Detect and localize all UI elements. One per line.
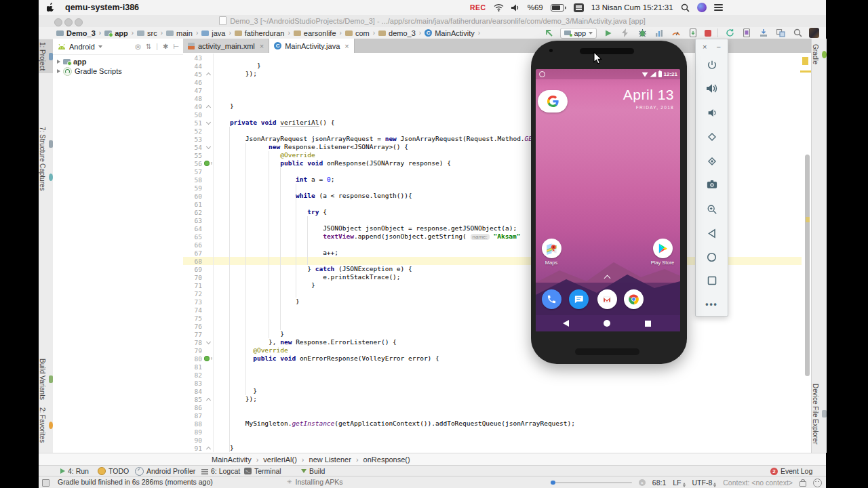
gutter-line-66[interactable]: 66 [183, 241, 213, 249]
fold-marker-icon[interactable] [206, 339, 211, 344]
volume-icon[interactable] [511, 4, 520, 12]
emulator-phone-window[interactable]: 12:21 April 13 FRIDAY, 2018 [531, 41, 687, 364]
toolwindow-toggle-icon[interactable] [42, 479, 50, 487]
gutter-line-89[interactable]: 89 [183, 428, 213, 436]
gutter-line-68[interactable]: 68 [183, 257, 213, 265]
code-line-85[interactable]: }); [214, 395, 575, 403]
gutter-line-74[interactable]: 74 [183, 306, 213, 314]
attach-profiler-icon[interactable] [671, 28, 682, 39]
fold-marker-icon[interactable] [206, 104, 211, 109]
code-line-87[interactable] [214, 411, 575, 420]
code-line-67[interactable]: a++; [214, 249, 575, 257]
code-line-45[interactable]: }); [214, 70, 575, 78]
code-line-71[interactable]: } [214, 281, 575, 289]
search-everywhere-icon[interactable] [792, 28, 803, 39]
input-source-icon[interactable] [574, 3, 584, 12]
code-line-52[interactable] [214, 127, 575, 135]
code-line-65[interactable]: textView.append(jsonObject.getString( na… [214, 232, 575, 241]
locate-icon[interactable]: ◎ [135, 43, 141, 50]
code-line-62[interactable]: try { [214, 208, 575, 216]
code-line-64[interactable]: JSONObject jsonObject = response.getJSON… [214, 224, 575, 232]
phone-screen[interactable]: 12:21 April 13 FRIDAY, 2018 [536, 69, 680, 331]
avd-manager-icon[interactable] [741, 28, 752, 39]
gutter-line-67[interactable]: 67 [183, 249, 213, 257]
emulator-rotate-left-icon[interactable] [696, 131, 728, 142]
notification-center-icon[interactable] [714, 4, 723, 11]
code-line-66[interactable] [214, 241, 575, 249]
date-widget[interactable]: April 13 FRIDAY, 2018 [623, 87, 674, 110]
gutter-line-57[interactable]: 57 [183, 167, 213, 176]
gutter-line-49[interactable]: 49 [183, 102, 213, 110]
emulator-overview-icon[interactable] [696, 276, 728, 285]
code-line-78[interactable]: }, new Response.ErrorListener() { [214, 338, 575, 346]
hide-panel-icon[interactable]: ⊢ [173, 43, 179, 50]
install-apk-icon[interactable] [688, 28, 698, 39]
gutter-line-43[interactable]: 43 [183, 54, 213, 62]
sidebar-item-gradle[interactable]: Gradle [812, 41, 827, 67]
fold-marker-icon[interactable] [206, 144, 211, 148]
code-line-81[interactable] [214, 363, 575, 371]
code-line-51[interactable]: private void verileriAl() { [214, 119, 575, 127]
code-line-48[interactable] [214, 94, 575, 102]
gradle-sync-icon[interactable] [724, 28, 735, 39]
code-line-44[interactable]: } [214, 62, 575, 70]
settings-gear-icon[interactable]: ✱ [163, 43, 168, 50]
tree-item-app[interactable]: app [53, 57, 183, 66]
gutter-line-64[interactable]: 64 [183, 224, 213, 232]
emulator-home-icon[interactable] [696, 252, 728, 262]
sidebar-item-captures[interactable]: Captures [39, 161, 53, 194]
code-line-76[interactable] [214, 322, 575, 330]
crumb-class[interactable]: MainActivity [212, 455, 252, 464]
toolbar-avatar-icon[interactable] [809, 28, 819, 38]
code-line-50[interactable] [214, 110, 575, 119]
gutter-line-50[interactable]: 50 [183, 110, 213, 119]
code-line-89[interactable] [214, 428, 575, 436]
gutter-line-65[interactable]: 65 [183, 232, 213, 241]
readonly-lock-icon[interactable] [800, 481, 806, 487]
navigate-back-icon[interactable] [543, 28, 554, 39]
project-view-selector[interactable]: Android [69, 43, 95, 51]
app-play-store[interactable]: Play Store [648, 239, 677, 266]
code-line-46[interactable] [214, 78, 575, 86]
toolwindow-build[interactable]: Build [301, 466, 325, 476]
emulator-minimize-icon[interactable]: − [717, 43, 721, 51]
crumb-method[interactable]: verileriAl() [252, 455, 297, 464]
breadcrumb-mainactivity[interactable]: CMainActivity [416, 29, 475, 37]
code-line-74[interactable] [214, 306, 575, 314]
sidebar-item-build-variants[interactable]: Build Variants [39, 356, 53, 403]
breadcrumb-java[interactable]: java [193, 29, 226, 37]
gutter-line-88[interactable]: 88 [183, 420, 213, 428]
gutter-line-83[interactable]: 83 [183, 379, 213, 387]
nav-overview-icon[interactable] [645, 321, 651, 327]
fold-marker-icon[interactable] [206, 446, 211, 451]
run-button[interactable] [603, 28, 614, 39]
dock-gmail-app[interactable] [592, 289, 622, 309]
tab-mainactivity-java[interactable]: C MainActivity.java × [269, 39, 355, 53]
nav-back-icon[interactable] [563, 320, 569, 327]
gutter-line-84[interactable]: 84 [183, 387, 213, 395]
sdk-manager-icon[interactable] [758, 28, 769, 39]
gutter-line-48[interactable]: 48 [183, 94, 213, 102]
sidebar-item-device-file-explorer[interactable]: Device File Explorer [812, 381, 827, 447]
caret-position[interactable]: 68:1 [652, 479, 666, 487]
gutter-line-73[interactable]: 73 [183, 298, 213, 306]
code-line-80[interactable]: public void onErrorResponse(VolleyError … [214, 354, 575, 363]
profile-button[interactable] [654, 28, 665, 39]
code-line-57[interactable] [214, 167, 575, 176]
sidebar-item-structure[interactable]: 7: Structure [39, 124, 53, 165]
gutter-line-45[interactable]: 45 [183, 70, 213, 78]
code-line-58[interactable]: int a = 0; [214, 176, 575, 184]
stop-button[interactable] [705, 30, 711, 37]
gutter-line-52[interactable]: 52 [183, 127, 213, 135]
override-marker-icon[interactable] [204, 161, 210, 166]
gutter-line-54[interactable]: 54 [183, 143, 213, 151]
toolwindow-run[interactable]: 4: Run [60, 466, 89, 476]
gutter-line-61[interactable]: 61 [183, 200, 213, 208]
debug-button[interactable] [637, 28, 648, 39]
fold-marker-icon[interactable] [206, 397, 211, 402]
toolwindow-event-log[interactable]: 2 Event Log [770, 466, 812, 476]
code-line-91[interactable]: } [214, 444, 575, 452]
gutter-line-47[interactable]: 47 [183, 86, 213, 94]
code-line-49[interactable]: } [214, 102, 575, 110]
code-line-70[interactable]: e.printStackTrace(); [214, 273, 575, 281]
